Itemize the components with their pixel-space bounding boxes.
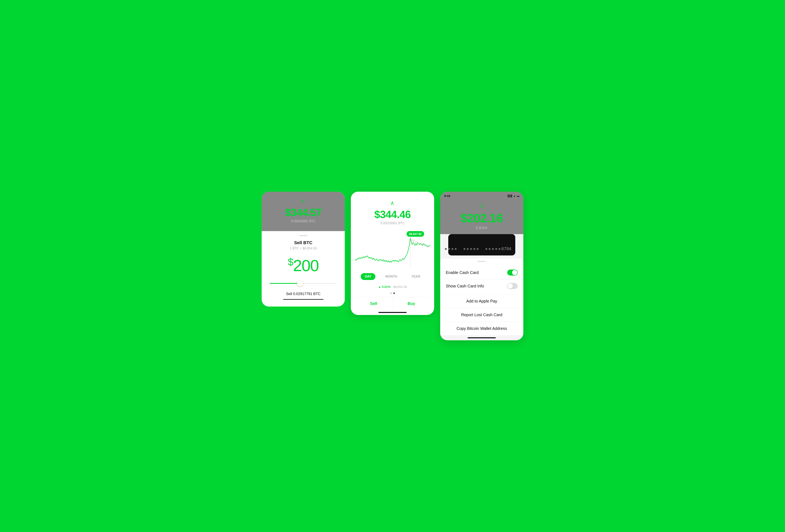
card-last4: 6794 bbox=[501, 246, 511, 251]
tab-day[interactable]: DAY bbox=[361, 273, 375, 280]
sheet-handle-3[interactable] bbox=[478, 261, 486, 262]
dot-1 bbox=[390, 292, 392, 294]
pagination-dots bbox=[351, 291, 434, 297]
sell-button[interactable]: Sell bbox=[355, 297, 392, 310]
screen1-btc-value: $344.57 bbox=[285, 206, 322, 218]
home-indicator-3 bbox=[467, 337, 496, 338]
screen2-chevron-up-icon[interactable]: ∧ bbox=[390, 200, 395, 206]
status-icons: ▐▐▐ ▲ ▬ bbox=[507, 194, 519, 197]
home-indicator-2 bbox=[378, 312, 407, 313]
report-lost-cash-card-button[interactable]: Report Lost Cash Card bbox=[440, 308, 523, 322]
cash-card-visual: ●●●● ●●●●● ●●●●● 6794 bbox=[448, 234, 515, 256]
slider-fill bbox=[270, 283, 300, 284]
cash-card-screen: 9:43 ▐▐▐ ▲ ▬ ∧ $202.16 CASH ●●●● ●●●●● ●… bbox=[440, 192, 523, 340]
status-time: 9:43 bbox=[444, 194, 450, 197]
enable-cash-card-toggle[interactable] bbox=[507, 269, 518, 275]
sell-dollar-amount: $200 bbox=[268, 256, 339, 275]
dot-2 bbox=[393, 292, 395, 294]
sell-btc-screen: ∧ $344.57 0.05026901 BTC Sell BTC 1 BTC … bbox=[262, 192, 345, 307]
chart-price-value: $6,852.38 bbox=[394, 285, 407, 288]
show-cash-card-info-toggle[interactable] bbox=[507, 283, 518, 289]
screen2-top: ∧ $344.46 0.05026901 BTC bbox=[351, 192, 434, 229]
enable-cash-card-row: Enable Cash Card bbox=[440, 266, 523, 279]
dollar-sign: $ bbox=[288, 257, 293, 268]
screen3-top: ∧ $202.16 CASH bbox=[440, 198, 523, 234]
toggle-knob-on bbox=[512, 270, 517, 275]
chart-stats: ▲ 5.01% $6,852.38 bbox=[351, 283, 434, 291]
sheet-handle[interactable] bbox=[299, 235, 307, 236]
wifi-icon: ▲ bbox=[513, 194, 516, 197]
btc-chart-screen: ∧ $344.46 0.05026901 BTC $6,637.92 DAY M… bbox=[351, 192, 434, 315]
cash-label: CASH bbox=[476, 226, 487, 230]
cash-amount: $202.16 bbox=[460, 211, 503, 225]
screen1-top: ∧ $344.57 0.05026901 BTC bbox=[262, 192, 345, 231]
chart-area: $6,637.92 bbox=[351, 229, 434, 270]
sell-sheet: Sell BTC 1 BTC = $6,854.50 $200 Sell 0.0… bbox=[262, 231, 345, 307]
screen3-chevron-up-icon[interactable]: ∧ bbox=[480, 203, 484, 209]
show-cash-card-info-label: Show Cash Card Info bbox=[446, 284, 484, 288]
sell-confirm-row: Sell 0.02917791 BTC bbox=[268, 292, 339, 300]
screen1-btc-amount: 0.05026901 BTC bbox=[291, 219, 315, 223]
copy-bitcoin-wallet-button[interactable]: Copy Bitcoin Wallet Address bbox=[440, 322, 523, 335]
battery-icon: ▬ bbox=[517, 194, 519, 197]
enable-cash-card-label: Enable Cash Card bbox=[446, 270, 479, 275]
chevron-up-icon[interactable]: ∧ bbox=[301, 198, 305, 204]
status-bar: 9:43 ▐▐▐ ▲ ▬ bbox=[440, 192, 523, 198]
card-dots: ●●●● ●●●●● ●●●●● bbox=[445, 246, 501, 251]
screen2-btc-value: $344.46 bbox=[374, 208, 411, 220]
time-tabs: DAY MONTH YEAR bbox=[351, 270, 434, 283]
sell-slider-container bbox=[268, 283, 339, 284]
sell-confirm-label[interactable]: Sell 0.02917791 BTC bbox=[268, 292, 339, 296]
toggle-knob-off bbox=[508, 284, 513, 289]
sell-amount-value: 200 bbox=[293, 257, 319, 274]
screen2-btc-amount: 0.05026901 BTC bbox=[380, 221, 405, 225]
chart-pct-change: ▲ 5.01% bbox=[378, 285, 390, 288]
sell-rate: 1 BTC = $6,854.50 bbox=[268, 247, 339, 250]
tab-year[interactable]: YEAR bbox=[407, 273, 424, 280]
add-to-apple-pay-button[interactable]: Add to Apple Pay bbox=[440, 294, 523, 308]
signal-icon: ▐▐▐ bbox=[507, 194, 512, 197]
price-tooltip: $6,637.92 bbox=[407, 231, 424, 237]
sell-confirm-underline bbox=[283, 299, 324, 300]
sell-title: Sell BTC bbox=[268, 240, 339, 245]
show-cash-card-info-row: Show Cash Card Info bbox=[440, 280, 523, 293]
buy-button[interactable]: Buy bbox=[393, 297, 430, 310]
slider-thumb[interactable] bbox=[297, 281, 303, 286]
bottom-actions: Sell Buy bbox=[355, 297, 430, 310]
cash-card-settings-sheet: Enable Cash Card Show Cash Card Info Add… bbox=[440, 259, 523, 335]
slider-track bbox=[270, 283, 337, 284]
tab-month[interactable]: MONTH bbox=[381, 273, 401, 280]
screens-container: ∧ $344.57 0.05026901 BTC Sell BTC 1 BTC … bbox=[262, 192, 523, 340]
